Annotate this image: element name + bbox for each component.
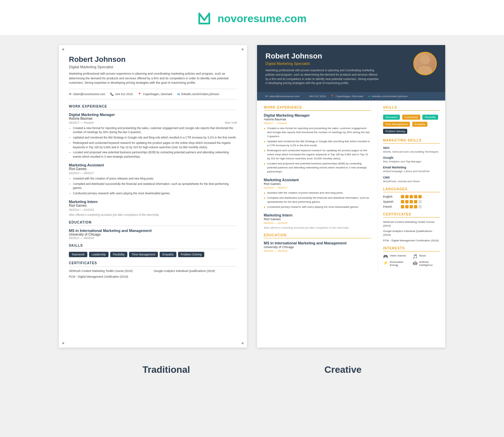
phone-icon: 📞 [110, 92, 114, 96]
music-icon: 🎵 [413, 254, 418, 259]
skill-flexibility: Flexibility [110, 252, 127, 257]
lang-dot [418, 195, 422, 198]
bullet-list-2: Assisted with the creation of press rele… [69, 176, 237, 196]
trad-linkedin: in linkedin.com/in/robert.johnson [177, 92, 219, 96]
creative-work-title: WORK EXPERIENCE [264, 106, 371, 111]
lang-dot [410, 205, 413, 208]
lang-dot [410, 200, 413, 203]
creative-cert-1: Google Analytics Individual Qualificatio… [383, 229, 440, 237]
creative-mktg-skills-title: MARKETING SKILLS [383, 138, 440, 144]
creative-certificates-title: CERTIFICATES [383, 212, 440, 217]
job-entry-1: Digital Marketing Manager Astoria Baumax… [69, 113, 237, 159]
creative-bullet: Located and proposed new potential busin… [264, 162, 371, 174]
creative-bullets-2: Assisted with the creation of press rele… [264, 191, 371, 209]
job-title-2: Marketing Assistant [69, 163, 237, 167]
lang-dots-french [401, 205, 422, 208]
creative-title: Digital Marketing Specialist [265, 62, 413, 66]
creative-skills-title: SKILLS [383, 106, 440, 111]
creative-date-3: 08/2014 — 01/2015 [264, 222, 371, 225]
logo-text: novoresume.com [218, 12, 307, 25]
corner-dot-tr [242, 48, 244, 50]
creative-job-3: Marketing Intern Riot Games 08/2014 — 01… [264, 213, 371, 229]
creative-summary: Marketing professional with proven exper… [265, 68, 380, 85]
email-icon: ✉ [69, 92, 72, 96]
creative-bullet: Updated and monitored the Bid Strategy i… [264, 140, 371, 148]
creative-skills-tags: Teamwork Leadership Flexibility Time Man… [383, 113, 440, 134]
corner-dot-bl [62, 342, 64, 344]
edu-school: University of Chicago [69, 233, 237, 236]
creative-left-col: WORK EXPERIENCE Digital Marketing Manage… [257, 101, 378, 272]
lang-dots-english [401, 195, 422, 198]
skill-tag-time-mgmt: Time Management [383, 122, 410, 127]
creative-job-2: Marketing Assistant Riot Games 02/2015 —… [264, 178, 371, 209]
company-2: Riot Games [69, 167, 237, 171]
trad-email: ✉ robert@novoresume.com [69, 92, 105, 96]
site-header: novoresume.com [0, 0, 504, 35]
creative-phone: 📞 044 412 2019 [304, 95, 326, 98]
logo[interactable]: novoresume.com [198, 10, 307, 27]
job-title-3: Marketing Intern [69, 200, 237, 204]
trad-summary: Marketing professional with proven exper… [69, 72, 237, 89]
creative-cert-0: SEMrush Content Marketing Toolkit Course… [383, 220, 440, 228]
creative-edu-degree: MS in International Marketing and Manage… [264, 241, 371, 245]
footer-labels: Traditional Creative [0, 358, 504, 385]
skill-problem-solving: Problem Solving [178, 252, 204, 257]
creative-resume: Robert Johnson Digital Marketing Special… [257, 45, 445, 348]
bullet-item: Updated and monitored the Bid Strategy i… [69, 135, 237, 140]
trad-title: Digital Marketing Specialist [69, 65, 237, 69]
creative-date-1: 06/2017 — Present [264, 122, 371, 125]
lang-dot [401, 195, 404, 198]
linkedin-icon: in [177, 92, 180, 96]
bullet-item: Conducted primary research with users pl… [69, 191, 237, 196]
creative-email: ✉ robert@novoresume.com [265, 95, 299, 98]
lang-dot [401, 205, 404, 208]
date-location-3: 06/2014 — 01/2015 [69, 208, 237, 211]
creative-interests: 🎮 Video Games 🎵 Music ⚡ Renewable Energy… [383, 254, 440, 267]
video-games-icon: 🎮 [383, 254, 388, 259]
phone-icon: 📞 [304, 95, 308, 98]
creative-bullet: Redesigned and conducted keyword researc… [264, 149, 371, 161]
bullet-item: Compiled and distributed successfully th… [69, 182, 237, 191]
skill-time-mgmt: Time Management [129, 252, 158, 257]
trad-name: Robert Johnson [69, 55, 237, 64]
mktg-skill-google: Google Ads, Analytics and Tag Manager [383, 156, 440, 163]
skill-tag-flexibility: Flexibility [422, 115, 438, 120]
creative-header-left: Robert Johnson Digital Marketing Special… [265, 52, 413, 85]
lang-dot-empty [418, 200, 422, 203]
svg-point-1 [420, 55, 430, 64]
company-3: Riot Games [69, 204, 237, 207]
creative-bullet: Created a new format for reporting and p… [264, 126, 371, 138]
creative-location: 📍 Copenhagen, Denmark [331, 95, 363, 98]
skill-teamwork: Teamwork [69, 252, 87, 257]
skills-title: SKILLS [69, 244, 237, 249]
bullet-item: Created a new format for reporting and p… [69, 126, 237, 135]
bullet-item: Located and proposed new potential busin… [69, 150, 237, 159]
creative-label: Creative [325, 364, 362, 375]
creative-photo [413, 52, 437, 75]
svg-marker-0 [199, 13, 209, 24]
trad-contact: ✉ robert@novoresume.com 📞 044 412 2019 📍… [69, 92, 237, 100]
certificates-grid: SEMrush Content Marketing Toolkit Course… [69, 269, 237, 279]
edu-degree: MS in International Marketing and Manage… [69, 229, 237, 233]
mktg-skill-seo: SEO Ahrefs, Semrush and Link-building Te… [383, 146, 440, 154]
creative-job-title-1: Digital Marketing Manager [264, 113, 371, 117]
company-1: Astoria Baumax [69, 117, 237, 120]
creative-bullet: Assisted with the creation of press rele… [264, 191, 371, 195]
logo-icon [198, 10, 214, 27]
interest-music: 🎵 Music [413, 254, 440, 259]
certificates-title: CERTIFICATES [69, 261, 237, 267]
job-title-1: Digital Marketing Manager [69, 113, 237, 117]
skill-empathy: Empathy [160, 252, 176, 257]
job-entry-3: Marketing Intern Riot Games 06/2014 — 01… [69, 200, 237, 216]
ai-icon: 🤖 [413, 261, 418, 265]
creative-name: Robert Johnson [265, 52, 413, 61]
main-content: Robert Johnson Digital Marketing Special… [0, 35, 504, 358]
creative-job-1: Digital Marketing Manager Astoria Baumax… [264, 113, 371, 174]
traditional-label: Traditional [142, 364, 190, 375]
creative-intern-note: Was offered a marketing assistant job af… [264, 226, 371, 229]
lang-dot [414, 200, 417, 203]
creative-bullets-1: Created a new format for reporting and p… [264, 126, 371, 174]
lang-dots-spanish [401, 200, 422, 203]
lang-dot [414, 205, 417, 208]
traditional-resume: Robert Johnson Digital Marketing Special… [59, 45, 247, 348]
